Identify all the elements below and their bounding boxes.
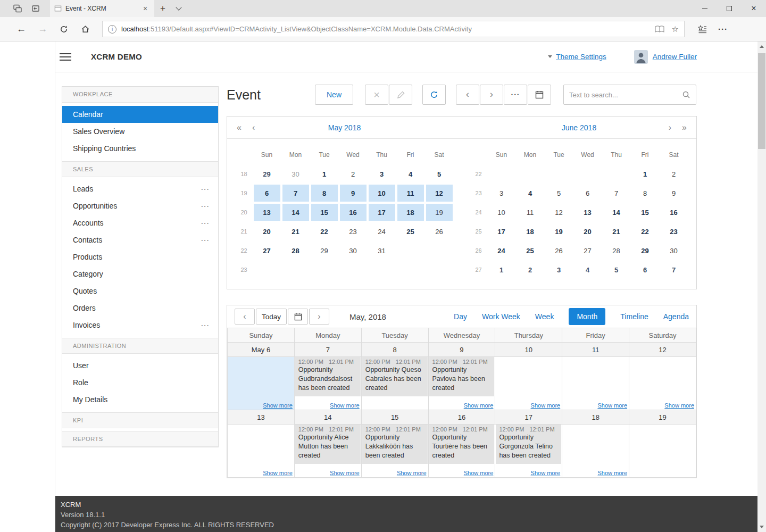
appointment[interactable]: 12:00 PM12:01 PMOpportunity Lakkalikööri…	[362, 425, 428, 464]
scheduler-prev-button[interactable]: ‹	[235, 309, 255, 325]
scrollbar-up-icon[interactable]	[760, 45, 764, 48]
new-button[interactable]: New	[315, 85, 353, 105]
may-day-26[interactable]: 26	[425, 222, 454, 241]
more-actions-button[interactable]: ···	[504, 85, 527, 105]
may-day-23[interactable]: 23	[339, 222, 368, 241]
item-context-menu-icon[interactable]: ···	[201, 321, 210, 329]
june-day-5[interactable]: 5	[545, 184, 573, 203]
scheduler-date-11[interactable]: 11	[562, 343, 629, 357]
sidebar-item-contacts[interactable]: Contacts···	[62, 231, 218, 248]
may-day-17[interactable]: 17	[368, 203, 396, 222]
window-close-button[interactable]: ×	[742, 0, 766, 17]
june-day-9[interactable]: 9	[660, 184, 688, 203]
favorites-hub-icon[interactable]	[697, 24, 707, 34]
june-day-20[interactable]: 20	[573, 222, 602, 241]
sidebar-item-invoices[interactable]: Invoices···	[62, 317, 218, 334]
scheduler-date-15[interactable]: 15	[361, 410, 428, 425]
right-month-title[interactable]: June 2018	[462, 117, 696, 138]
scheduler-cell-16[interactable]: 12:00 PM12:01 PMOpportunity Tourtière ha…	[428, 425, 495, 478]
site-info-icon[interactable]: i	[108, 25, 116, 34]
june-day-6[interactable]: 6	[573, 184, 602, 203]
edit-button[interactable]	[389, 85, 412, 105]
may-day-21[interactable]: 21	[281, 222, 310, 241]
scheduler-date-10[interactable]: 10	[495, 343, 562, 357]
may-day-4[interactable]: 4	[396, 164, 425, 184]
tabs-preview-icon[interactable]	[10, 0, 26, 17]
sidebar-item-orders[interactable]: Orders	[62, 300, 218, 317]
may-day-20[interactable]: 20	[253, 222, 281, 241]
sidebar-item-opportunities[interactable]: Opportunities···	[62, 197, 218, 214]
prev-month-icon[interactable]: ‹	[252, 123, 255, 132]
may-day-10[interactable]: 10	[368, 184, 396, 203]
show-more-link[interactable]: Show more	[597, 470, 627, 476]
sidebar-item-quotes[interactable]: Quotes	[62, 282, 218, 300]
show-more-link[interactable]: Show more	[330, 470, 360, 476]
june-day-13[interactable]: 13	[573, 203, 602, 222]
tab-list-chevron-icon[interactable]	[171, 0, 186, 17]
url-input[interactable]: i localhost :51193/Default.aspx#ViewID=C…	[102, 21, 685, 37]
scheduler-date-8[interactable]: 8	[361, 343, 428, 357]
june-day-11[interactable]: 11	[516, 203, 545, 222]
june-day-24[interactable]: 24	[487, 241, 516, 260]
may-day-16[interactable]: 16	[339, 203, 368, 222]
june-day-25[interactable]: 25	[516, 241, 545, 260]
june-day-23[interactable]: 23	[660, 222, 688, 241]
june-day-1[interactable]: 1	[631, 164, 660, 184]
refresh-button[interactable]	[54, 20, 73, 39]
refresh-list-button[interactable]	[422, 85, 446, 105]
june-day-3[interactable]: 3	[545, 260, 573, 279]
back-button[interactable]: ←	[12, 20, 31, 39]
june-day-27[interactable]: 27	[573, 241, 602, 260]
scheduler-cell-18[interactable]: Show more	[562, 425, 629, 478]
show-more-link[interactable]: Show more	[464, 402, 494, 409]
june-day-7[interactable]: 7	[602, 184, 631, 203]
may-day-15[interactable]: 15	[310, 203, 339, 222]
scheduler-cell-14[interactable]: 12:00 PM12:01 PMOpportunity Alice Mutton…	[294, 425, 361, 478]
sidebar-item-leads[interactable]: Leads···	[62, 180, 218, 197]
june-day-2[interactable]: 2	[660, 164, 688, 184]
june-day-7[interactable]: 7	[660, 260, 688, 279]
may-day-25[interactable]: 25	[396, 222, 425, 241]
may-day-31[interactable]: 31	[368, 241, 396, 260]
view-tab-agenda[interactable]: Agenda	[663, 312, 689, 321]
scheduler-next-button[interactable]: ›	[309, 309, 329, 325]
may-day-29[interactable]: 29	[310, 241, 339, 260]
june-day-1[interactable]: 1	[487, 260, 516, 279]
may-day-30[interactable]: 30	[339, 241, 368, 260]
june-day-21[interactable]: 21	[602, 222, 631, 241]
left-month-title[interactable]: May 2018	[227, 117, 462, 138]
scheduler-cell-11[interactable]: Show more	[562, 357, 629, 410]
calendar-view-button[interactable]	[528, 85, 551, 105]
may-day-9[interactable]: 9	[339, 184, 368, 203]
sidebar-item-category[interactable]: Category	[62, 265, 218, 282]
scheduler-cell-10[interactable]: Show more	[495, 357, 562, 410]
june-day-17[interactable]: 17	[487, 222, 516, 241]
scheduler-cell-7[interactable]: 12:00 PM12:01 PMOpportunity Gudbrandsdal…	[294, 357, 361, 410]
browser-tab[interactable]: Event - XCRM ×	[50, 0, 154, 17]
delete-button[interactable]: ×	[365, 85, 388, 105]
show-more-link[interactable]: Show more	[263, 402, 293, 409]
window-maximize-button[interactable]	[717, 0, 742, 17]
previous-record-button[interactable]: ‹	[456, 85, 479, 105]
scheduler-date-14[interactable]: 14	[294, 410, 361, 425]
may-day-6[interactable]: 6	[253, 184, 281, 203]
may-day-29[interactable]: 29	[253, 164, 281, 184]
may-day-1[interactable]: 1	[310, 164, 339, 184]
june-day-26[interactable]: 26	[545, 241, 573, 260]
june-day-5[interactable]: 5	[602, 260, 631, 279]
theme-settings-link[interactable]: Theme Settings	[556, 53, 606, 61]
sidebar-item-shipping-countries[interactable]: Shipping Countries	[62, 140, 218, 157]
show-more-link[interactable]: Show more	[330, 402, 360, 409]
item-context-menu-icon[interactable]: ···	[201, 185, 210, 193]
june-day-28[interactable]: 28	[602, 241, 631, 260]
vertical-scrollbar[interactable]	[757, 41, 766, 532]
may-day-14[interactable]: 14	[281, 203, 310, 222]
june-day-18[interactable]: 18	[516, 222, 545, 241]
view-tab-week[interactable]: Week	[535, 312, 554, 321]
june-day-30[interactable]: 30	[660, 241, 688, 260]
search-icon[interactable]	[682, 90, 690, 99]
scrollbar-thumb[interactable]	[758, 53, 765, 149]
may-day-13[interactable]: 13	[253, 203, 281, 222]
add-favorite-icon[interactable]: ☆	[672, 24, 679, 34]
appointment[interactable]: 12:00 PM12:01 PMOpportunity Gudbrandsdal…	[295, 357, 361, 396]
